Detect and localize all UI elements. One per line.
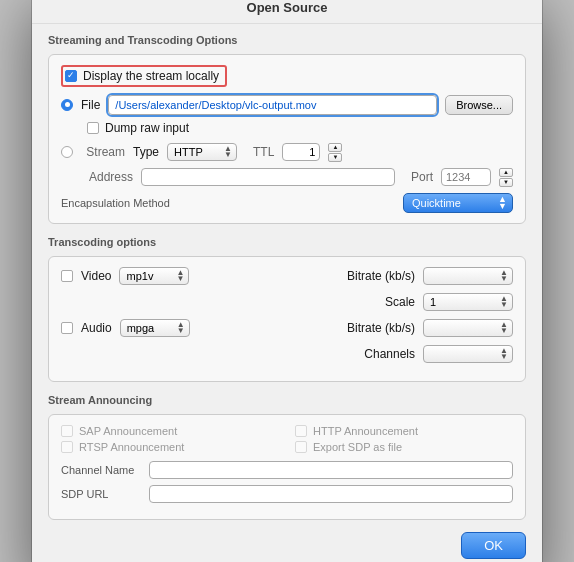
video-bitrate-select[interactable] <box>423 267 513 285</box>
streaming-section-title: Streaming and Transcoding Options <box>48 34 526 46</box>
announce-grid: SAP Announcement HTTP Announcement RTSP … <box>61 425 513 453</box>
video-checkbox[interactable] <box>61 270 73 282</box>
scale-select-wrap: 1 ▲▼ <box>423 293 513 311</box>
file-row: File Browse... <box>61 95 513 115</box>
sdp-url-row: SDP URL <box>61 485 513 503</box>
video-codec-select[interactable]: mp1v <box>119 267 189 285</box>
type-select[interactable]: HTTP <box>167 143 237 161</box>
display-locally-highlight: Display the stream locally <box>61 65 227 87</box>
audio-row: Audio mpga ▲▼ Bitrate (kb/s) ▲▼ <box>61 319 513 337</box>
streaming-section: Display the stream locally File Browse..… <box>48 54 526 224</box>
ttl-spin-down[interactable]: ▼ <box>328 153 342 162</box>
sdp-url-label: SDP URL <box>61 488 141 500</box>
http-announce-label: HTTP Announcement <box>313 425 418 437</box>
video-row: Video mp1v ▲▼ Bitrate (kb/s) ▲▼ <box>61 267 513 285</box>
sap-row: SAP Announcement <box>61 425 279 437</box>
ok-button[interactable]: OK <box>461 532 526 559</box>
audio-codec-select[interactable]: mpga <box>120 319 190 337</box>
sdp-label: Export SDP as file <box>313 441 402 453</box>
scale-select[interactable]: 1 <box>423 293 513 311</box>
http-announce-row: HTTP Announcement <box>295 425 513 437</box>
audio-checkbox[interactable] <box>61 322 73 334</box>
announcing-section: SAP Announcement HTTP Announcement RTSP … <box>48 414 526 520</box>
video-bitrate-label: Bitrate (kb/s) <box>347 269 415 283</box>
port-input[interactable] <box>441 168 491 186</box>
address-row: Address Port ▲ ▼ <box>61 168 513 187</box>
address-input[interactable] <box>141 168 395 186</box>
encap-row: Encapsulation Method Quicktime ▲▼ <box>61 193 513 213</box>
transcoding-section-title: Transcoding options <box>48 236 526 248</box>
channel-name-label: Channel Name <box>61 464 141 476</box>
sap-label: SAP Announcement <box>79 425 177 437</box>
ttl-input[interactable] <box>282 143 320 161</box>
encap-select[interactable]: Quicktime <box>403 193 513 213</box>
stream-type-row: Stream Type HTTP ▲▼ TTL ▲ ▼ <box>61 143 513 162</box>
http-checkbox <box>295 425 307 437</box>
dump-raw-label: Dump raw input <box>105 121 189 135</box>
scale-label: Scale <box>385 295 415 309</box>
browse-button[interactable]: Browse... <box>445 95 513 115</box>
audio-codec-select-wrap: mpga ▲▼ <box>120 319 190 337</box>
dump-raw-checkbox[interactable] <box>87 122 99 134</box>
channels-select[interactable] <box>423 345 513 363</box>
video-codec-select-wrap: mp1v ▲▼ <box>119 267 189 285</box>
encap-label: Encapsulation Method <box>61 197 170 209</box>
port-spin-down[interactable]: ▼ <box>499 178 513 187</box>
file-radio[interactable] <box>61 99 73 111</box>
sdp-row: Export SDP as file <box>295 441 513 453</box>
dump-raw-row: Dump raw input <box>87 121 513 135</box>
rtsp-label: RTSP Announcement <box>79 441 184 453</box>
rtsp-checkbox <box>61 441 73 453</box>
port-spin-up[interactable]: ▲ <box>499 168 513 177</box>
video-label: Video <box>81 269 111 283</box>
type-select-wrap: HTTP ▲▼ <box>167 143 237 161</box>
type-label: Type <box>133 145 159 159</box>
display-locally-row: Display the stream locally <box>61 65 513 87</box>
display-locally-label: Display the stream locally <box>83 69 219 83</box>
video-bitrate-wrap: ▲▼ <box>423 267 513 285</box>
sdp-url-input[interactable] <box>149 485 513 503</box>
file-label: File <box>81 98 100 112</box>
audio-label: Audio <box>81 321 112 335</box>
sdp-checkbox <box>295 441 307 453</box>
rtsp-row: RTSP Announcement <box>61 441 279 453</box>
ttl-spin-up[interactable]: ▲ <box>328 143 342 152</box>
encap-select-wrap: Quicktime ▲▼ <box>403 193 513 213</box>
display-locally-checkbox[interactable] <box>65 70 77 82</box>
channel-name-input[interactable] <box>149 461 513 479</box>
file-path-input[interactable] <box>108 95 437 115</box>
channels-row: Channels ▲▼ <box>61 345 513 363</box>
port-spinner: ▲ ▼ <box>499 168 513 187</box>
audio-bitrate-select[interactable] <box>423 319 513 337</box>
sap-checkbox <box>61 425 73 437</box>
stream-label: Stream <box>81 145 125 159</box>
port-label: Port <box>411 170 433 184</box>
channels-label: Channels <box>364 347 415 361</box>
channel-name-row: Channel Name <box>61 461 513 479</box>
audio-bitrate-wrap: ▲▼ <box>423 319 513 337</box>
announcing-section-title: Stream Announcing <box>48 394 526 406</box>
scale-row: Scale 1 ▲▼ <box>61 293 513 311</box>
transcoding-section: Video mp1v ▲▼ Bitrate (kb/s) ▲▼ Scale <box>48 256 526 382</box>
audio-bitrate-label: Bitrate (kb/s) <box>347 321 415 335</box>
address-label: Address <box>89 170 133 184</box>
channels-select-wrap: ▲▼ <box>423 345 513 363</box>
dialog-title: Open Source <box>32 0 542 24</box>
ttl-spinner: ▲ ▼ <box>328 143 342 162</box>
ttl-label: TTL <box>253 145 274 159</box>
open-source-dialog: Open Source Streaming and Transcoding Op… <box>32 0 542 562</box>
stream-radio[interactable] <box>61 146 73 158</box>
footer: OK <box>32 532 542 559</box>
